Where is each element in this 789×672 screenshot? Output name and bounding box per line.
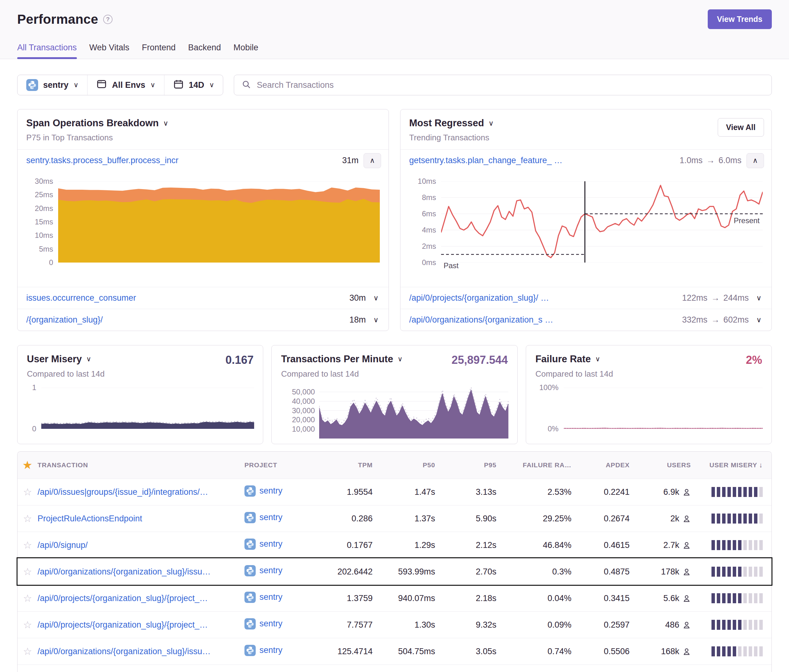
project-link[interactable]: sentry	[244, 485, 283, 496]
table-row[interactable]: ☆ /api/0/issues|groups/{issue_id}/integr…	[18, 479, 771, 505]
transaction-link[interactable]: /api/0/organizations/{organization_slug}…	[38, 647, 237, 656]
column-user-misery[interactable]: USER MISERY ↓	[691, 461, 771, 469]
transaction-link[interactable]: /api/0/projects/{organization_slug}/{pro…	[38, 594, 237, 603]
collapse-button[interactable]: ∧	[364, 153, 381, 168]
python-project-icon	[244, 512, 256, 523]
star-icon[interactable]: ★	[23, 459, 32, 471]
chevron-down-icon: ∨	[398, 355, 402, 363]
column-failure-rate[interactable]: FAILURE RA…	[497, 461, 572, 469]
tpm-dropdown[interactable]: Transactions Per Minute ∨	[281, 353, 402, 365]
transaction-link[interactable]: ProjectRuleActionsEndpoint	[38, 514, 237, 524]
favorite-star-icon[interactable]: ☆	[23, 566, 32, 578]
table-row[interactable]: ☆ ProjectRuleActionsEndpoint sentry 0.28…	[18, 505, 771, 532]
y-axis-tick: 0ms	[422, 258, 436, 267]
chevron-down-icon[interactable]: ∨	[754, 316, 764, 324]
tab-web-vitals[interactable]: Web Vitals	[89, 43, 129, 59]
table-row[interactable]: ☆ /api/0/projects/{organization_slug}/{p…	[18, 611, 771, 638]
view-trends-button[interactable]: View Trends	[708, 10, 772, 29]
environment-filter[interactable]: All Envs ∨	[87, 75, 164, 95]
date-range-filter[interactable]: 14D ∨	[164, 75, 223, 95]
table-row[interactable]: ☆ /api/0/organizations/{organization_slu…	[18, 558, 771, 585]
most-regressed-title-dropdown[interactable]: Most Regressed ∨	[409, 118, 494, 129]
favorite-star-icon[interactable]: ☆	[23, 486, 32, 498]
column-tpm[interactable]: TPM	[323, 461, 373, 469]
regressed-transaction-link[interactable]: getsentry.tasks.plan_change_feature_ …	[409, 156, 675, 165]
column-users[interactable]: USERS	[629, 461, 691, 469]
span-op-link[interactable]: sentry.tasks.process_buffer.process_incr	[26, 156, 337, 165]
project-link[interactable]: sentry	[244, 618, 283, 629]
misery-bar	[743, 620, 747, 630]
tpm-cell: 1.9554	[323, 487, 373, 497]
table-row[interactable]: ☆ /api/0/organizations/{organization_slu…	[18, 638, 771, 664]
search-input[interactable]	[257, 80, 764, 90]
column-p50[interactable]: P50	[373, 461, 435, 469]
favorite-star-icon[interactable]: ☆	[23, 592, 32, 604]
span-op-link[interactable]: issues.occurrence_consumer	[26, 293, 345, 303]
chevron-down-icon[interactable]: ∨	[371, 294, 381, 302]
user-misery-dropdown[interactable]: User Misery ∨	[27, 353, 91, 365]
misery-bar	[738, 487, 741, 497]
misery-bar	[711, 487, 715, 497]
table-row[interactable]: ☆ /api/0/signup/ sentry 0.1767 1.29s 2.1…	[18, 532, 771, 558]
favorite-star-icon[interactable]: ☆	[23, 512, 32, 525]
users-cell: 2.7k	[629, 540, 691, 550]
tab-backend[interactable]: Backend	[188, 43, 221, 59]
transaction-link[interactable]: /api/0/projects/{organization_slug}/{pro…	[38, 620, 237, 630]
chevron-down-icon[interactable]: ∨	[371, 316, 381, 324]
user-icon	[682, 514, 691, 523]
column-p95[interactable]: P95	[435, 461, 497, 469]
favorite-star-icon[interactable]: ☆	[23, 645, 32, 657]
collapse-button[interactable]: ∧	[746, 153, 764, 168]
users-count: 5.6k	[663, 594, 679, 603]
user-icon	[682, 488, 691, 496]
y-axis-tick: 50,000	[292, 388, 315, 396]
project-link[interactable]: sentry	[244, 512, 283, 523]
project-link[interactable]: sentry	[244, 538, 283, 550]
misery-bar	[733, 487, 736, 497]
user-misery-value: 0.167	[225, 353, 254, 367]
project-link[interactable]: sentry	[244, 565, 283, 576]
regression-from-value: 122ms	[682, 293, 708, 303]
transaction-link[interactable]: /api/0/issues|groups/{issue_id}/integrat…	[38, 487, 237, 497]
column-apdex[interactable]: APDEX	[572, 461, 629, 469]
misery-bar	[722, 646, 725, 656]
user-misery-chart: 10	[27, 388, 254, 429]
misery-bar	[717, 514, 720, 524]
help-icon[interactable]: ?	[103, 15, 113, 24]
column-project[interactable]: PROJECT	[244, 461, 323, 469]
regressed-expanded-row: getsentry.tasks.plan_change_feature_ … 1…	[401, 149, 771, 171]
tab-all-transactions[interactable]: All Transactions	[17, 43, 77, 59]
favorite-star-icon[interactable]: ☆	[23, 619, 32, 631]
misery-bar	[738, 646, 741, 656]
tab-frontend[interactable]: Frontend	[142, 43, 176, 59]
users-count: 486	[665, 620, 679, 630]
view-all-button[interactable]: View All	[718, 118, 764, 137]
regressed-transaction-link[interactable]: /api/0/organizations/{organization_s …	[409, 315, 677, 325]
python-project-icon	[244, 565, 256, 576]
project-link[interactable]: sentry	[244, 592, 283, 603]
tab-mobile[interactable]: Mobile	[233, 43, 259, 59]
misery-bar	[711, 593, 715, 603]
tpm-card: Transactions Per Minute ∨ Compared to la…	[272, 345, 517, 444]
table-row[interactable]: ☆	[18, 664, 771, 672]
span-ops-title-dropdown[interactable]: Span Operations Breakdown ∨	[26, 118, 168, 129]
project-link[interactable]: sentry	[244, 645, 283, 656]
y-axis: 50,00040,00030,00020,00010,000	[281, 385, 315, 439]
chevron-down-icon[interactable]: ∨	[754, 294, 764, 302]
misery-bar	[738, 540, 741, 550]
y-axis-tick: 4ms	[422, 226, 436, 235]
misery-bar	[759, 593, 763, 603]
favorite-star-icon[interactable]: ☆	[23, 539, 32, 551]
failure-rate-dropdown[interactable]: Failure Rate ∨	[535, 353, 601, 365]
misery-bar	[754, 567, 757, 577]
column-transaction[interactable]: TRANSACTION	[38, 461, 244, 469]
users-cell: 168k	[629, 647, 691, 656]
page-header: Performance ? View Trends All Transactio…	[0, 0, 789, 59]
project-filter[interactable]: sentry ∨	[18, 75, 87, 95]
regressed-transaction-link[interactable]: /api/0/projects/{organization_slug}/ …	[409, 293, 677, 303]
transaction-link[interactable]: /api/0/organizations/{organization_slug}…	[38, 567, 237, 577]
span-op-link[interactable]: /{organization_slug}/	[26, 315, 345, 325]
table-row[interactable]: ☆ /api/0/projects/{organization_slug}/{p…	[18, 585, 771, 611]
transaction-link[interactable]: /api/0/signup/	[38, 540, 237, 550]
misery-bar	[749, 514, 752, 524]
